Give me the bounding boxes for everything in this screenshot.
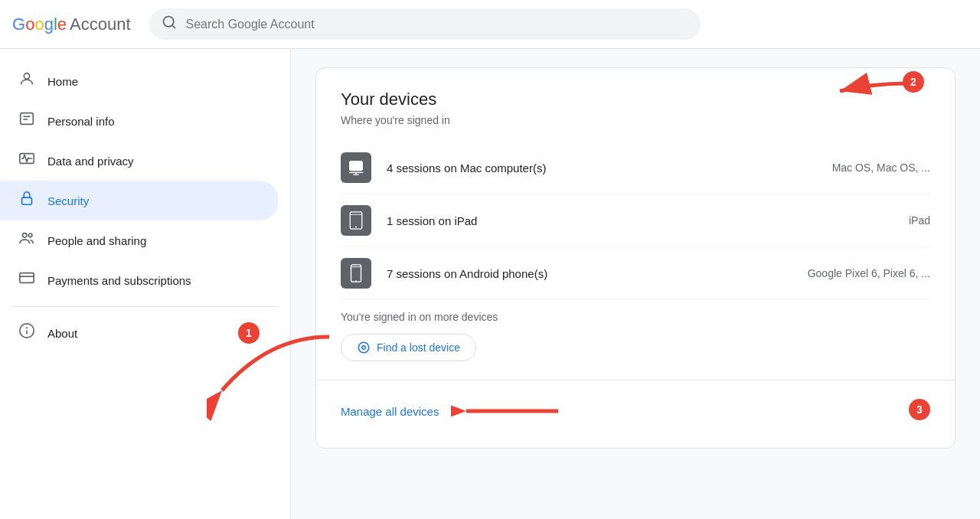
ipad-device-name: 1 session on iPad <box>387 214 909 227</box>
svg-point-2 <box>24 73 29 79</box>
manage-link-row: Manage all devices 3 <box>341 396 930 426</box>
mac-device-name: 4 sessions on Mac computer(s) <box>387 162 832 175</box>
svg-rect-21 <box>351 265 361 282</box>
data-privacy-icon <box>18 150 35 171</box>
find-device-icon <box>357 341 371 354</box>
svg-point-9 <box>28 233 32 237</box>
sidebar-divider <box>12 306 278 307</box>
header: Google Account <box>0 0 980 49</box>
svg-point-8 <box>23 233 28 238</box>
sidebar-item-personal-info[interactable]: Personal info <box>0 101 278 141</box>
svg-point-22 <box>355 280 357 282</box>
search-input[interactable] <box>186 18 688 31</box>
devices-title: Your devices <box>341 90 930 109</box>
signed-in-more-text: You're signed in on more devices <box>341 311 930 323</box>
svg-rect-10 <box>20 273 34 283</box>
sidebar-home-label: Home <box>47 75 78 88</box>
find-lost-device-button[interactable]: Find a lost device <box>341 334 476 361</box>
ipad-icon <box>348 211 364 230</box>
annotation-3-group: 3 <box>451 396 573 426</box>
sidebar-personal-info-label: Personal info <box>47 115 115 128</box>
people-sharing-icon <box>18 230 35 251</box>
device-row-mac[interactable]: 4 sessions on Mac computer(s) Mac OS, Ma… <box>341 142 930 194</box>
find-device-btn-label: Find a lost device <box>377 341 460 354</box>
svg-rect-3 <box>21 113 34 125</box>
personal-info-icon <box>18 110 35 132</box>
annotation-badge-1: 1 <box>238 322 260 344</box>
annotation-3-arrow <box>451 396 573 426</box>
devices-subtitle: Where you're signed in <box>341 114 930 126</box>
card-divider <box>316 380 955 380</box>
android-device-icon-wrap <box>341 258 371 289</box>
svg-point-24 <box>358 342 369 353</box>
sidebar: Home Personal info Data and privacy <box>0 49 291 519</box>
android-device-detail: Google Pixel 6, Pixel 6, ... <box>808 267 930 279</box>
sidebar-data-privacy-label: Data and privacy <box>47 155 134 168</box>
search-bar <box>149 8 701 40</box>
sidebar-payments-label: Payments and subscriptions <box>47 274 191 287</box>
ipad-device-icon-wrap <box>341 205 371 236</box>
payments-icon <box>18 269 35 291</box>
device-row-ipad[interactable]: 1 session on iPad iPad <box>341 194 930 247</box>
svg-rect-7 <box>22 197 32 204</box>
mac-icon <box>348 159 364 176</box>
device-row-android[interactable]: 7 sessions on Android phone(s) Google Pi… <box>341 247 930 300</box>
sidebar-item-security[interactable]: Security <box>0 181 278 220</box>
about-icon <box>18 322 35 344</box>
svg-point-25 <box>362 346 366 350</box>
ipad-device-detail: iPad <box>909 214 930 227</box>
annotation-badge-3: 3 <box>909 399 930 420</box>
security-icon <box>18 190 35 211</box>
mac-device-icon-wrap <box>341 152 371 183</box>
android-device-name: 7 sessions on Android phone(s) <box>387 267 808 280</box>
sidebar-item-people-sharing[interactable]: People and sharing <box>0 220 278 260</box>
main-content: 2 Your devices Where you're signed in 4 … <box>291 49 980 519</box>
sidebar-security-label: Security <box>47 194 89 207</box>
manage-all-devices-link[interactable]: Manage all devices <box>341 405 439 418</box>
sidebar-item-payments[interactable]: Payments and subscriptions <box>0 260 278 300</box>
sidebar-people-sharing-label: People and sharing <box>47 234 146 247</box>
svg-point-19 <box>355 227 357 228</box>
sidebar-item-home[interactable]: Home <box>0 61 278 101</box>
svg-rect-16 <box>350 162 363 171</box>
google-logo: Google Account <box>12 15 131 34</box>
svg-line-1 <box>172 25 175 28</box>
home-icon <box>18 70 35 92</box>
android-icon <box>350 263 362 283</box>
account-label: Account <box>70 15 131 34</box>
sidebar-item-data-privacy[interactable]: Data and privacy <box>0 141 278 181</box>
layout: Home Personal info Data and privacy <box>0 49 980 519</box>
sidebar-about-label: About <box>47 327 77 340</box>
devices-card: 2 Your devices Where you're signed in 4 … <box>315 67 956 449</box>
search-icon <box>162 15 177 34</box>
mac-device-detail: Mac OS, Mac OS, ... <box>832 162 930 174</box>
sidebar-item-about[interactable]: About 1 <box>0 313 278 353</box>
